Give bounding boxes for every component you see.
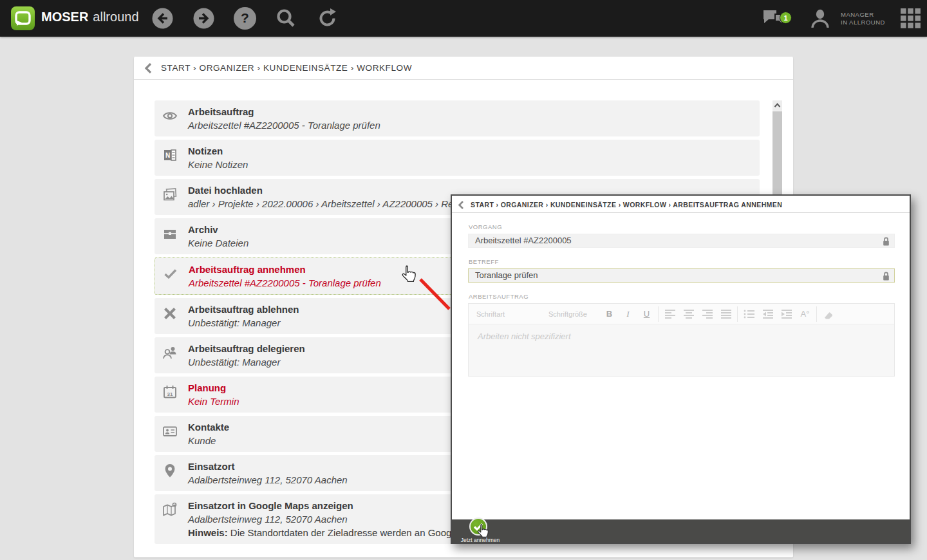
location-pin-icon — [162, 463, 178, 478]
bold-button[interactable]: B — [600, 309, 619, 319]
messages-badge: 1 — [780, 12, 792, 24]
item-subtitle: Keine Notizen — [188, 158, 752, 171]
bullet-list-icon[interactable] — [740, 309, 758, 319]
search-icon[interactable] — [275, 7, 297, 30]
vorgang-field[interactable]: Arbeitszettel #AZ2200005 — [468, 234, 895, 248]
item-notizen[interactable]: N Notizen Keine Notizen — [154, 140, 760, 176]
svg-text:N: N — [165, 152, 170, 159]
toolbar-separator — [737, 306, 738, 322]
font-family-dropdown[interactable]: Schriftart — [476, 310, 548, 318]
underline-button[interactable]: U — [637, 309, 656, 319]
back-icon[interactable] — [151, 7, 174, 30]
vorgang-value: Arbeitszettel #AZ2200005 — [475, 236, 572, 245]
toolbar-separator — [658, 306, 659, 322]
editor-placeholder: Arbeiten nicht spezifiziert — [478, 331, 571, 341]
indent-icon[interactable] — [777, 309, 796, 319]
align-center-icon[interactable] — [679, 309, 698, 319]
editor-toolbar: Schriftart Schriftgröße B I U — [469, 304, 894, 324]
help-icon[interactable]: ? — [234, 7, 256, 30]
top-bar: MOSERallround ? 1 — [0, 0, 927, 37]
breadcrumb-bar: START › ORGANIZER › KUNDENEINSÄTZE › WOR… — [134, 57, 793, 80]
dialog-action-bar: Jetzt annehmen — [452, 519, 910, 543]
italic-button[interactable]: I — [619, 309, 637, 319]
onenote-icon: N — [162, 147, 178, 163]
betreff-field[interactable]: Toranlage prüfen — [468, 268, 895, 283]
workflow-action-dialog: START › ORGANIZER › KUNDENEINSÄTZE › WOR… — [451, 194, 911, 544]
lock-icon — [882, 236, 890, 250]
user-role-line2: IN ALLROUND — [841, 19, 885, 26]
people-icon — [162, 345, 178, 360]
item-arbeitsauftrag[interactable]: Arbeitsauftrag Arbeitszettel #AZ2200005 … — [154, 100, 760, 136]
dialog-breadcrumb-bar: START › ORGANIZER › KUNDENEINSÄTZE › WOR… — [452, 196, 910, 213]
outdent-icon[interactable] — [758, 309, 777, 319]
richtext-editor: Schriftart Schriftgröße B I U — [468, 303, 895, 377]
svg-text:31: 31 — [167, 391, 173, 397]
align-left-icon[interactable] — [660, 309, 679, 319]
apps-grid-icon[interactable] — [900, 8, 922, 30]
refresh-icon[interactable] — [316, 7, 339, 30]
superscript-button[interactable]: A° — [796, 309, 814, 319]
accept-now-button[interactable] — [469, 518, 487, 536]
eraser-icon[interactable] — [819, 309, 838, 319]
x-icon — [162, 306, 178, 321]
editor-content-area[interactable]: Arbeiten nicht spezifiziert — [469, 324, 894, 376]
moser-logo-icon[interactable] — [11, 6, 35, 30]
vorgang-label: VORGANG — [469, 223, 895, 230]
calendar-icon: 31 — [162, 384, 178, 400]
user-icon[interactable] — [809, 8, 832, 30]
toolbar-separator — [816, 306, 817, 322]
align-justify-icon[interactable] — [716, 309, 735, 319]
app-window: { "topbar": { "brand_bold": "MOSER", "br… — [0, 0, 927, 560]
map-icon — [162, 502, 178, 518]
item-title: Notizen — [188, 144, 752, 158]
brand-light: allround — [93, 10, 138, 24]
note-text: Die Standortdaten der Zieladresse werden… — [228, 527, 485, 538]
scrollbar-up-icon[interactable] — [772, 100, 782, 111]
betreff-label: BETREFF — [469, 258, 895, 265]
dialog-breadcrumb: START › ORGANIZER › KUNDENEINSÄTZE › WOR… — [471, 201, 782, 209]
user-role-line1: MANAGER — [841, 11, 885, 19]
check-icon — [163, 266, 178, 281]
breadcrumb-back-icon[interactable] — [144, 63, 153, 76]
arbeitsauftrag-label: ARBEITSAUFTRAG — [469, 293, 895, 300]
dialog-breadcrumb-back-icon[interactable] — [458, 200, 465, 212]
item-title: Arbeitsauftrag — [188, 105, 752, 118]
item-subtitle: Arbeitszettel #AZ2200005 - Toranlage prü… — [188, 118, 752, 132]
font-size-dropdown[interactable]: Schriftgröße — [548, 310, 600, 318]
eye-icon — [162, 108, 178, 124]
breadcrumb: START › ORGANIZER › KUNDENEINSÄTZE › WOR… — [161, 63, 412, 73]
brand-bold: MOSER — [41, 10, 88, 24]
user-role-label: MANAGER IN ALLROUND — [841, 11, 885, 26]
dialog-content: VORGANG Arbeitszettel #AZ2200005 BETREFF… — [468, 213, 895, 377]
lock-icon — [882, 271, 890, 285]
photos-icon — [162, 187, 178, 202]
note-label: Hinweis: — [188, 527, 228, 538]
contact-card-icon — [162, 424, 178, 439]
betreff-value: Toranlage prüfen — [475, 270, 538, 280]
forward-icon[interactable] — [192, 7, 215, 30]
archive-icon — [162, 226, 178, 241]
align-right-icon[interactable] — [698, 309, 716, 319]
accept-now-label: Jetzt annehmen — [456, 537, 505, 543]
brand-title: MOSERallround — [41, 10, 139, 24]
